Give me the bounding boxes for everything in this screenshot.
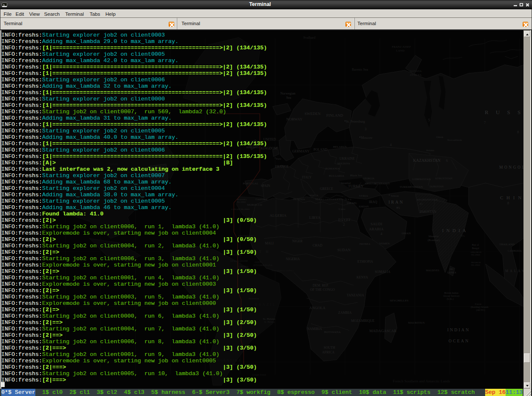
svg-text:LIBYA: LIBYA — [309, 215, 321, 220]
svg-text:KAZAKHSTAN: KAZAKHSTAN — [413, 158, 440, 163]
svg-text:TANZANIA: TANZANIA — [347, 293, 364, 297]
svg-text:NICOBAR: NICOBAR — [471, 261, 481, 264]
svg-text:SWEDEN: SWEDEN — [305, 112, 321, 116]
svg-text:(Keeling) Islands: (Keeling) Islands — [471, 306, 489, 309]
svg-text:AFGHANISTAN: AFGHANISTAN — [417, 198, 437, 201]
svg-text:Svalbard: Svalbard — [303, 36, 315, 40]
svg-text:Mediterranean Sea: Mediterranean Sea — [315, 198, 352, 201]
svg-text:NIGERIA: NIGERIA — [286, 257, 300, 261]
svg-text:Black Sea: Black Sea — [350, 174, 362, 177]
svg-text:5½: 5½ — [461, 234, 465, 238]
svg-text:R U S S: R U S S — [485, 109, 523, 115]
svg-text:ANGOLA: ANGOLA — [309, 306, 325, 310]
svg-text:FRANCE: FRANCE — [275, 165, 289, 169]
svg-text:TURKEY: TURKEY — [348, 184, 364, 188]
svg-text:(Bombay): (Bombay) — [428, 238, 440, 242]
svg-text:MALTA: MALTA — [310, 194, 319, 197]
svg-text:ISLANDS: ISLANDS — [471, 254, 480, 256]
svg-text:Tehran: Tehran — [391, 194, 399, 198]
svg-text:Norwegian: Norwegian — [280, 92, 296, 95]
svg-text:(AUST.): (AUST.) — [476, 309, 485, 312]
svg-text:MALAYS: MALAYS — [505, 269, 523, 273]
svg-text:GEORGIA: GEORGIA — [363, 177, 375, 180]
svg-text:MALDIVES: MALDIVES — [426, 269, 439, 272]
svg-text:OCEAN: OCEAN — [449, 339, 469, 343]
svg-text:TAJIKISTAN: TAJIKISTAN — [429, 185, 444, 188]
svg-text:LANKA: LANKA — [447, 271, 457, 274]
svg-text:ETHIOPIA: ETHIOPIA — [357, 260, 373, 264]
svg-text:ISRAEL: ISRAEL — [347, 201, 357, 205]
svg-text:KYRGYZSTAN: KYRGYZSTAN — [435, 177, 453, 180]
svg-text:NIGER: NIGER — [292, 239, 303, 243]
svg-text:MOZAMBIQUE: MOZAMBIQUE — [351, 319, 374, 323]
svg-text:GREECE: GREECE — [320, 187, 333, 191]
svg-text:IRAQ: IRAQ — [369, 200, 377, 204]
svg-text:4: 4 — [380, 232, 382, 236]
svg-text:AZERBAIJAN: AZERBAIJAN — [374, 182, 390, 185]
svg-text:3½: 3½ — [396, 206, 400, 209]
svg-text:2: 2 — [343, 222, 345, 227]
svg-text:UZBEKISTAN: UZBEKISTAN — [412, 178, 431, 181]
svg-text:7: 7 — [484, 121, 486, 125]
svg-text:KENYA: KENYA — [357, 275, 368, 279]
svg-text:INDIAN: INDIAN — [447, 327, 470, 332]
svg-text:C H I N A: C H I N A — [500, 195, 523, 200]
svg-text:OF THE CONGO: OF THE CONGO — [310, 288, 335, 292]
svg-text:UKRAINE: UKRAINE — [339, 157, 355, 161]
svg-text:SOMALIA: SOMALIA — [375, 270, 391, 274]
svg-text:CAMBODIA: CAMBODIA — [508, 250, 522, 252]
svg-text:AFRICA: AFRICA — [322, 350, 335, 354]
svg-text:NAMIBIA: NAMIBIA — [307, 327, 322, 331]
svg-text:MONGOLI: MONGOLI — [499, 165, 523, 169]
svg-text:CHAD: CHAD — [313, 244, 322, 247]
svg-text:Mumbai: Mumbai — [428, 235, 439, 238]
svg-text:DEM. REP.: DEM. REP. — [313, 284, 329, 287]
svg-text:NORWAY: NORWAY — [286, 117, 303, 121]
svg-text:SYRIA: SYRIA — [359, 194, 368, 198]
svg-text:IRAN: IRAN — [388, 200, 404, 204]
svg-text:8: 8 — [517, 130, 519, 134]
svg-text:NOVAYA: NOVAYA — [410, 69, 422, 73]
svg-text:Bengal: Bengal — [472, 247, 479, 250]
svg-text:POLAND: POLAND — [313, 148, 328, 152]
svg-text:PAKISTAN: PAKISTAN — [420, 210, 436, 214]
svg-text:Barents Sea: Barents Sea — [352, 68, 368, 72]
svg-text:SAUDI: SAUDI — [371, 222, 382, 226]
svg-text:GERMANY: GERMANY — [292, 149, 310, 153]
svg-text:Bay of: Bay of — [472, 244, 479, 246]
svg-text:TURKMENISTAN: TURKMENISTAN — [400, 185, 423, 189]
svg-text:ZAMBIA: ZAMBIA — [338, 311, 352, 315]
svg-text:I N D I A: I N D I A — [442, 228, 467, 233]
svg-text:6: 6 — [446, 158, 448, 163]
svg-text:8: 8 — [507, 201, 509, 205]
svg-text:JORDAN: JORDAN — [359, 205, 369, 208]
svg-text:THAILAND: THAILAND — [499, 243, 515, 246]
svg-text:ZEMLYA: ZEMLYA — [410, 73, 422, 77]
svg-text:5: 5 — [428, 118, 430, 122]
svg-text:TUNISIA: TUNISIA — [293, 198, 305, 201]
svg-text:Sea: Sea — [286, 96, 291, 100]
svg-text:ANDAMAN: ANDAMAN — [470, 251, 482, 253]
svg-text:OMAN: OMAN — [402, 232, 411, 235]
svg-text:SUDAN: SUDAN — [337, 248, 351, 252]
svg-text:MAURITIUS: MAURITIUS — [408, 321, 425, 324]
svg-text:French Southern and Antarctic: French Southern and Antarctic Lands — [393, 379, 450, 383]
svg-text:SRI: SRI — [449, 268, 453, 270]
svg-text:ALGERIA: ALGERIA — [270, 213, 287, 218]
svg-text:British Indian: British Indian — [444, 292, 458, 294]
svg-text:ISLANDS: ISLANDS — [471, 264, 480, 266]
svg-text:SEYCHELLES: SEYCHELLES — [390, 299, 408, 302]
svg-text:Moscow: Moscow — [361, 136, 373, 140]
svg-text:Cocos: Cocos — [475, 303, 482, 305]
svg-text:4: 4 — [390, 143, 392, 147]
svg-text:Novosibirsk: Novosibirsk — [447, 138, 462, 142]
svg-text:LAND: LAND — [396, 49, 404, 52]
svg-text:3: 3 — [365, 127, 367, 131]
svg-text:SOUTH: SOUTH — [324, 346, 335, 350]
svg-text:FINLAND: FINLAND — [326, 113, 343, 118]
svg-text:Ocean Territory: Ocean Territory — [443, 295, 460, 297]
svg-text:BOTSWANA: BOTSWANA — [324, 330, 341, 334]
svg-text:Cairo: Cairo — [339, 207, 345, 211]
svg-text:MOLDOVA: MOLDOVA — [337, 162, 351, 165]
svg-text:4½: 4½ — [420, 203, 423, 205]
